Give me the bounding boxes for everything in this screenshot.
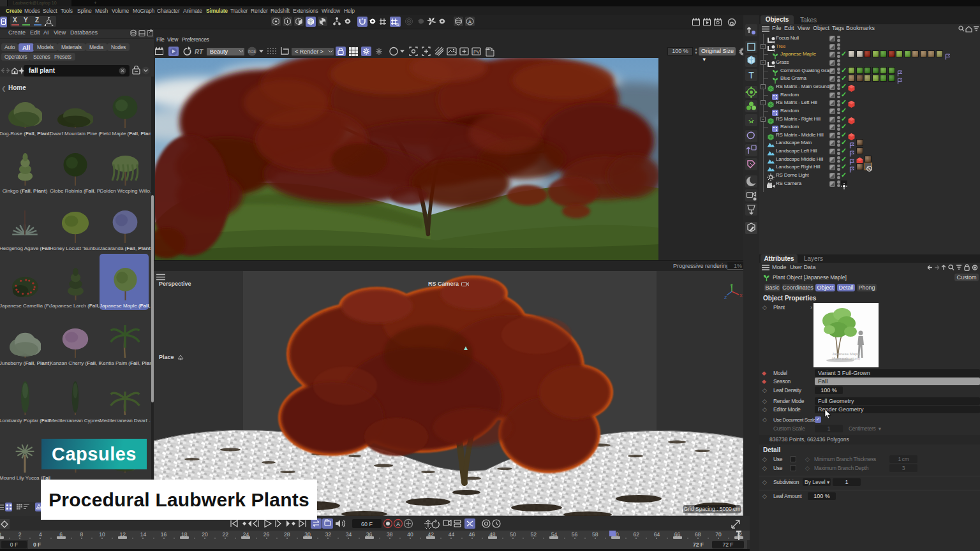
svg-text:A: A bbox=[468, 19, 472, 25]
svg-text:Y: Y bbox=[730, 284, 733, 288]
svg-text:T: T bbox=[748, 70, 754, 80]
svg-text:(Acer palmatum): (Acer palmatum) bbox=[832, 356, 860, 360]
svg-text:Z: Z bbox=[724, 295, 727, 300]
svg-text:A: A bbox=[396, 521, 400, 527]
svg-text:RGB: RGB bbox=[248, 50, 256, 54]
svg-text:< Render >: < Render > bbox=[295, 48, 323, 55]
svg-text:Japanese Maple: Japanese Maple bbox=[832, 352, 861, 356]
svg-text:RT: RT bbox=[195, 48, 204, 55]
svg-text:60 F: 60 F bbox=[361, 521, 373, 527]
svg-text:Beauty: Beauty bbox=[210, 48, 228, 55]
svg-text:PV: PV bbox=[473, 49, 480, 55]
svg-text:X: X bbox=[739, 293, 743, 298]
